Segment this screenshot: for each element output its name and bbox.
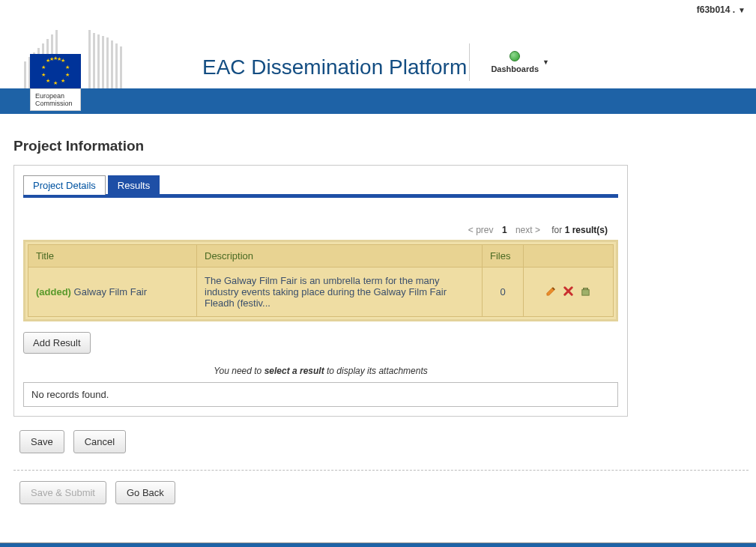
save-submit-button: Save & Submit <box>19 481 106 504</box>
tab-project-details[interactable]: Project Details <box>23 175 106 195</box>
col-title[interactable]: Title <box>28 245 197 268</box>
globe-icon <box>509 51 520 61</box>
col-description[interactable]: Description <box>197 245 483 268</box>
pager-prev[interactable]: < prev <box>468 225 494 235</box>
svg-rect-0 <box>581 289 588 295</box>
tab-results[interactable]: Results <box>108 175 160 195</box>
pager-next[interactable]: next > <box>515 225 540 235</box>
section-divider <box>13 470 749 471</box>
nav-band <box>0 88 756 114</box>
results-table: Title Description Files (added) Galway F… <box>23 240 618 321</box>
add-result-button[interactable]: Add Result <box>23 332 91 354</box>
cell-actions <box>524 268 614 317</box>
col-files[interactable]: Files <box>483 245 524 268</box>
dashboards-label: Dashboards <box>491 64 539 73</box>
attachments-hint: You need to select a result to display i… <box>23 366 618 376</box>
col-actions <box>524 245 614 268</box>
ec-logo-label: European Commission <box>30 88 81 111</box>
table-row[interactable]: (added) Galway Film Fair The Galway Film… <box>28 268 614 317</box>
cell-title: (added) Galway Film Fair <box>28 268 197 317</box>
eu-flag-icon: ★ ★ ★ ★ ★ ★ ★ ★ ★ ★ ★ ★ <box>30 54 81 88</box>
delete-icon[interactable] <box>563 285 574 299</box>
chevron-down-icon: ▼ <box>542 58 549 66</box>
cancel-button[interactable]: Cancel <box>73 430 126 453</box>
user-menu-label: f63b014 . <box>697 4 735 15</box>
pager: < prev 1 next > for 1 result(s) <box>28 225 614 235</box>
pager-summary: for 1 result(s) <box>551 225 608 235</box>
tab-bar: Project Details Results <box>23 175 618 198</box>
header: ★ ★ ★ ★ ★ ★ ★ ★ ★ ★ ★ ★ European Commiss… <box>0 16 756 88</box>
ec-logo: ★ ★ ★ ★ ★ ★ ★ ★ ★ ★ ★ ★ European Commiss… <box>22 24 105 88</box>
no-records-message: No records found. <box>23 382 618 407</box>
platform-title: EAC Dissemination Platform <box>202 55 467 79</box>
status-tag-added: (added) <box>36 286 71 297</box>
dashboards-menu[interactable]: Dashboards ▼ <box>469 43 539 81</box>
page-title: Project Information <box>13 138 749 154</box>
attachment-icon[interactable] <box>580 285 591 299</box>
cell-files: 0 <box>483 268 524 317</box>
project-panel: Project Details Results < prev 1 next > … <box>13 165 628 417</box>
cell-description: The Galway Film Fair is an umbrella term… <box>197 268 483 317</box>
pager-current: 1 <box>502 225 507 235</box>
edit-icon[interactable] <box>545 285 557 299</box>
chevron-down-icon: ▼ <box>738 6 746 14</box>
save-button[interactable]: Save <box>19 430 64 453</box>
user-menu[interactable]: f63b014 . ▼ <box>697 4 746 15</box>
go-back-button[interactable]: Go Back <box>115 481 175 504</box>
